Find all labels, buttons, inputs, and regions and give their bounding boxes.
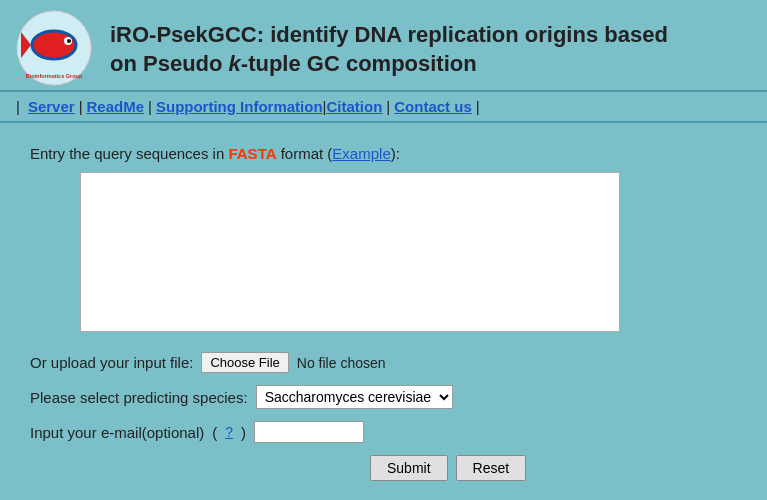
submit-button[interactable]: Submit [370, 455, 448, 481]
nav-server[interactable]: Server [28, 98, 75, 115]
nav-citation[interactable]: Citation [327, 98, 383, 115]
fasta-textarea[interactable] [80, 172, 620, 332]
no-file-text: No file chosen [297, 355, 386, 371]
email-input[interactable] [254, 421, 364, 443]
main-content: Entry the query sequences in FASTA forma… [0, 123, 767, 500]
email-row: Input your e-mail(optional)(?) [30, 421, 737, 443]
nav-supporting[interactable]: Supporting Information [156, 98, 323, 115]
svg-text:Bioinformatics Group: Bioinformatics Group [26, 73, 83, 79]
nav-readme[interactable]: ReadMe [87, 98, 145, 115]
page-title: iRO-PsekGCC: identify DNA replication or… [110, 21, 751, 78]
svg-point-4 [67, 39, 71, 43]
upload-label: Or upload your input file: [30, 354, 193, 371]
title-block: iRO-PsekGCC: identify DNA replication or… [110, 21, 751, 78]
species-row: Please select predicting species: Saccha… [30, 385, 737, 409]
reset-button[interactable]: Reset [456, 455, 527, 481]
choose-file-button[interactable]: Choose File [201, 352, 288, 373]
navbar: | Server | ReadMe | Supporting Informati… [0, 90, 767, 123]
logo-container: Bioinformatics Group [16, 10, 96, 90]
submit-row: Submit Reset [370, 455, 737, 481]
logo-icon: Bioinformatics Group [16, 10, 92, 86]
upload-row: Or upload your input file: Choose File N… [30, 352, 737, 373]
header: Bioinformatics Group iRO-PsekGCC: identi… [0, 0, 767, 90]
question-link[interactable]: ? [225, 424, 233, 440]
species-select[interactable]: Saccharomyces cerevisiae Homo sapiens Ar… [256, 385, 453, 409]
nav-contact[interactable]: Contact us [394, 98, 472, 115]
query-label: Entry the query sequences in FASTA forma… [30, 145, 737, 162]
species-label: Please select predicting species: [30, 389, 248, 406]
pipe-1: | [16, 98, 20, 115]
example-link[interactable]: Example [332, 145, 390, 162]
email-label: Input your e-mail(optional) [30, 424, 204, 441]
